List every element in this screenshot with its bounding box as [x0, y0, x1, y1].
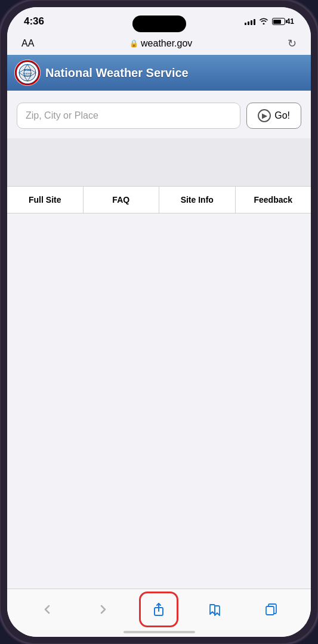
- search-placeholder: Zip, City or Place: [26, 110, 98, 121]
- tab-feedback[interactable]: Feedback: [236, 187, 311, 213]
- tab-faq[interactable]: FAQ: [84, 187, 160, 213]
- nws-header: NOAA WEATHER SERVICE National Weather Se…: [7, 55, 311, 91]
- page-body: [7, 213, 311, 589]
- bottom-toolbar: [7, 589, 311, 637]
- screen: 4:36: [7, 7, 311, 637]
- svg-text:NOAA: NOAA: [24, 69, 31, 72]
- bookmarks-button[interactable]: [200, 596, 230, 623]
- wifi-icon: [259, 17, 268, 26]
- empty-space: [7, 138, 311, 186]
- browser-chrome: AA 🔒 weather.gov ↻: [7, 32, 311, 55]
- signal-icon: [245, 18, 255, 25]
- battery-icon: 41: [272, 17, 294, 26]
- share-button[interactable]: [144, 596, 174, 623]
- reload-button[interactable]: ↻: [288, 37, 297, 50]
- svg-text:SERVICE: SERVICE: [23, 75, 31, 78]
- aa-button[interactable]: AA: [21, 38, 34, 49]
- main-content: Zip, City or Place ▶ Go! Full Site FAQ S…: [7, 91, 311, 589]
- tab-full-site[interactable]: Full Site: [7, 187, 84, 213]
- address-bar: AA 🔒 weather.gov ↻: [17, 37, 301, 50]
- nav-tabs: Full Site FAQ Site Info Feedback: [7, 186, 311, 213]
- go-circle-icon: ▶: [258, 109, 271, 122]
- go-button[interactable]: ▶ Go!: [246, 103, 301, 129]
- phone-frame: 4:36: [0, 0, 318, 644]
- back-button[interactable]: [32, 596, 62, 623]
- go-label: Go!: [274, 110, 290, 121]
- tabs-button[interactable]: [256, 596, 286, 623]
- home-indicator: [124, 631, 195, 633]
- svg-rect-10: [266, 606, 274, 615]
- forward-button[interactable]: [88, 596, 118, 623]
- lock-icon: 🔒: [129, 39, 138, 48]
- url-text: weather.gov: [141, 38, 192, 49]
- status-icons: 41: [245, 17, 294, 26]
- tab-site-info[interactable]: Site Info: [159, 187, 236, 213]
- status-time: 4:36: [24, 16, 44, 27]
- url-container[interactable]: 🔒 weather.gov: [34, 38, 288, 49]
- nws-logo: NOAA WEATHER SERVICE: [14, 60, 41, 86]
- search-section: Zip, City or Place ▶ Go!: [7, 91, 311, 138]
- nws-title: National Weather Service: [45, 66, 189, 80]
- location-search-input[interactable]: Zip, City or Place: [17, 103, 240, 129]
- dynamic-island: [132, 16, 186, 32]
